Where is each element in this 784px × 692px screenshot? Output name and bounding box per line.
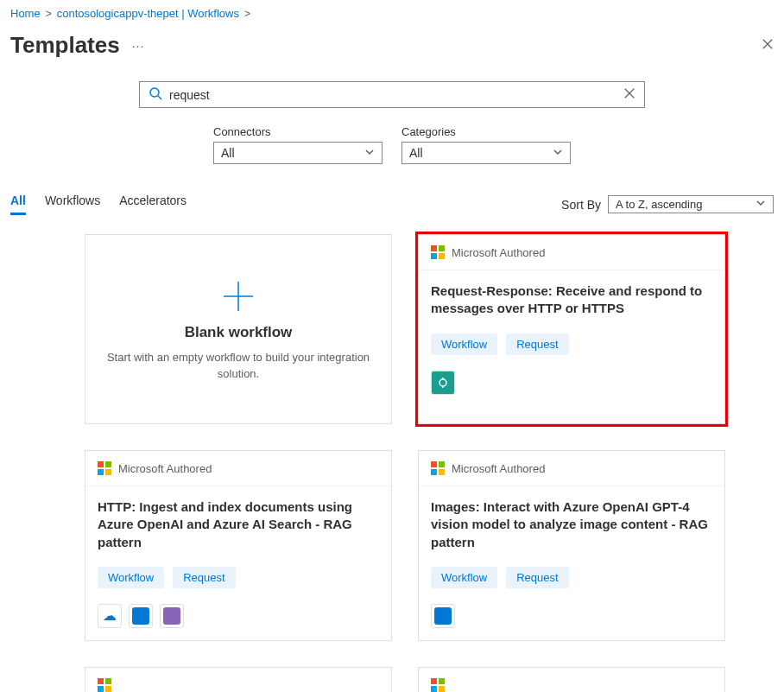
svg-rect-19	[431, 461, 437, 467]
sort-by: Sort By A to Z, ascending	[561, 195, 774, 213]
chevron-down-icon	[364, 146, 375, 160]
sort-label: Sort By	[561, 198, 601, 212]
search-icon	[149, 86, 162, 103]
svg-rect-24	[105, 678, 111, 684]
svg-rect-11	[439, 253, 445, 259]
tag[interactable]: Workflow	[98, 567, 164, 588]
template-card-images-rag[interactable]: Microsoft Authored Images: Interact with…	[418, 450, 725, 641]
svg-rect-28	[439, 678, 445, 684]
openai-connector-icon	[129, 604, 153, 628]
sort-value: A to Z, ascending	[616, 198, 702, 211]
svg-rect-8	[431, 245, 437, 251]
sort-dropdown[interactable]: A to Z, ascending	[608, 195, 774, 213]
tab-workflows[interactable]: Workflows	[45, 194, 100, 215]
card-header: Microsoft Authored	[419, 235, 724, 270]
chevron-down-icon	[553, 146, 563, 160]
card-tags: Workflow Request	[431, 333, 712, 355]
blank-workflow-title: Blank workflow	[185, 324, 293, 341]
tag[interactable]: Request	[506, 333, 568, 355]
card-service-icons	[431, 371, 712, 395]
template-card-cutoff[interactable]	[418, 667, 725, 692]
svg-point-12	[439, 379, 446, 386]
clear-search-icon[interactable]	[623, 87, 635, 102]
tab-accelerators[interactable]: Accelerators	[119, 194, 187, 215]
card-author: Microsoft Authored	[452, 246, 545, 259]
svg-rect-27	[431, 678, 437, 684]
categories-dropdown[interactable]: All	[401, 142, 571, 164]
tag[interactable]: Request	[506, 567, 568, 588]
card-header: Microsoft Authored	[419, 451, 724, 486]
connectors-dropdown[interactable]: All	[213, 142, 383, 164]
blank-workflow-subtitle: Start with an empty workflow to build yo…	[103, 350, 374, 381]
connectors-value: All	[221, 146, 235, 160]
template-card-http-rag[interactable]: Microsoft Authored HTTP: Ingest and inde…	[85, 450, 392, 641]
svg-rect-10	[431, 253, 437, 259]
svg-rect-23	[98, 678, 104, 684]
svg-line-3	[158, 96, 161, 99]
filter-dropdowns: Connectors All Categories All	[213, 125, 571, 164]
svg-rect-25	[98, 686, 104, 692]
svg-rect-16	[105, 461, 111, 467]
categories-label: Categories	[401, 125, 571, 138]
blank-workflow-card[interactable]: Blank workflow Start with an empty workf…	[85, 234, 392, 424]
chevron-down-icon	[756, 198, 766, 211]
microsoft-logo-icon	[98, 678, 111, 692]
svg-point-2	[150, 88, 159, 97]
tab-all[interactable]: All	[10, 194, 26, 215]
tag[interactable]: Workflow	[431, 567, 497, 588]
tabs-row: All Workflows Accelerators Sort By A to …	[10, 194, 774, 215]
tabs: All Workflows Accelerators	[10, 194, 187, 215]
svg-rect-20	[439, 461, 445, 467]
plus-icon	[218, 276, 258, 319]
microsoft-logo-icon	[431, 245, 445, 259]
svg-rect-9	[439, 245, 445, 251]
filter-area: Connectors All Categories All	[10, 81, 774, 164]
svg-rect-15	[98, 461, 104, 467]
page-title: Templates	[10, 32, 120, 59]
breadcrumb-separator: >	[46, 8, 52, 20]
tag[interactable]: Request	[173, 567, 235, 588]
card-service-icons: ☁	[98, 604, 379, 628]
card-title: HTTP: Ingest and index documents using A…	[98, 498, 379, 551]
search-connector-icon	[160, 604, 184, 628]
search-box[interactable]	[139, 81, 645, 108]
svg-rect-29	[431, 686, 437, 692]
svg-rect-17	[98, 469, 104, 475]
categories-filter: Categories All	[401, 125, 571, 164]
openai-connector-icon	[431, 604, 455, 628]
microsoft-logo-icon	[431, 461, 445, 475]
svg-rect-22	[439, 469, 445, 475]
card-header: Microsoft Authored	[85, 451, 391, 486]
search-input[interactable]	[169, 88, 616, 102]
card-tags: Workflow Request	[431, 567, 712, 588]
svg-rect-26	[105, 686, 111, 692]
svg-rect-18	[105, 469, 111, 475]
tag[interactable]: Workflow	[431, 333, 497, 355]
breadcrumb-home[interactable]: Home	[10, 7, 41, 20]
close-icon[interactable]	[762, 38, 774, 53]
card-service-icons	[431, 604, 712, 628]
more-button[interactable]: ···	[132, 39, 145, 53]
breadcrumb-app[interactable]: contosologicappv-thepet | Workflows	[57, 7, 239, 20]
cloud-connector-icon: ☁	[98, 604, 122, 628]
card-tags: Workflow Request	[98, 567, 379, 588]
template-card-cutoff[interactable]	[85, 667, 392, 692]
connectors-filter: Connectors All	[213, 125, 383, 164]
card-author: Microsoft Authored	[452, 462, 545, 475]
microsoft-logo-icon	[431, 678, 445, 692]
request-connector-icon	[431, 371, 455, 395]
template-card-request-response[interactable]: Microsoft Authored Request-Response: Rec…	[418, 234, 725, 424]
categories-value: All	[409, 146, 423, 160]
card-author: Microsoft Authored	[118, 462, 212, 475]
card-title: Request-Response: Receive and respond to…	[431, 283, 712, 318]
breadcrumb-separator: >	[244, 8, 250, 20]
connectors-label: Connectors	[213, 125, 383, 138]
microsoft-logo-icon	[98, 461, 111, 475]
svg-rect-21	[431, 469, 437, 475]
page-header: Templates ···	[10, 32, 774, 59]
breadcrumb: Home > contosologicappv-thepet | Workflo…	[10, 7, 774, 20]
svg-rect-30	[439, 686, 445, 692]
card-title: Images: Interact with Azure OpenAI GPT-4…	[431, 498, 712, 551]
cards-grid: Blank workflow Start with an empty workf…	[85, 234, 725, 692]
